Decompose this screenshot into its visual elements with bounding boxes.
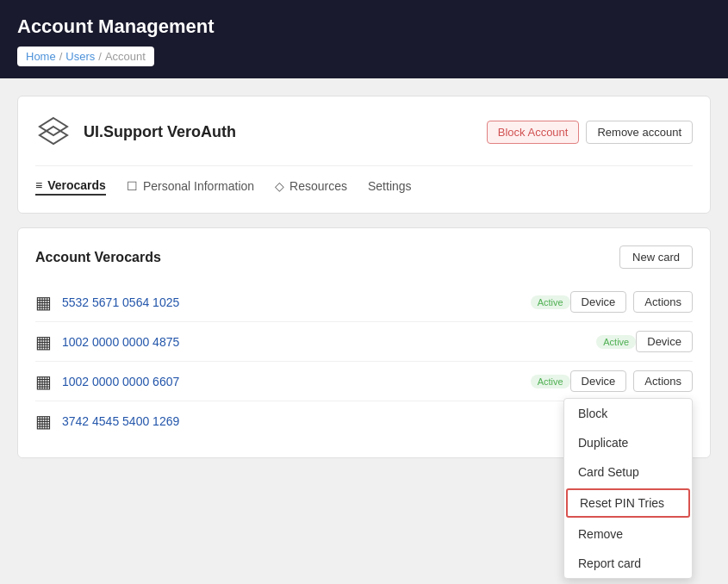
dropdown-item-card-setup[interactable]: Card Setup (564, 457, 692, 487)
account-name: UI.Support VeroAuth (84, 123, 487, 141)
tab-resources-label: Resources (289, 179, 347, 193)
card-number-3: 1002 0000 0000 6607 (62, 375, 522, 388)
remove-account-button[interactable]: Remove account (586, 121, 693, 144)
card-row-actions-2: Device (636, 331, 693, 352)
tab-resources[interactable]: ◇ Resources (275, 179, 347, 195)
dropdown-item-report-card[interactable]: Report card (564, 549, 692, 578)
dropdown-item-block[interactable]: Block (564, 399, 692, 428)
breadcrumb-sep1: / (59, 50, 63, 63)
account-actions: Block Account Remove account (487, 121, 693, 144)
actions-button-1[interactable]: Actions (633, 291, 693, 313)
actions-dropdown: Block Duplicate Card Setup Reset PIN Tri… (563, 398, 693, 579)
page-title: Account Management (17, 16, 711, 38)
verocards-icon: ≡ (35, 178, 42, 192)
tab-personal-information[interactable]: ☐ Personal Information (127, 179, 254, 195)
tab-verocards[interactable]: ≡ Verocards (35, 178, 106, 196)
resources-icon: ◇ (275, 179, 284, 193)
verocard-row-3: ▦ 1002 0000 0000 6607 Active Device Acti… (35, 362, 693, 401)
card-number-1: 5532 5671 0564 1025 (62, 295, 522, 309)
verocards-card: Account Verocards New card ▦ 5532 5671 0… (17, 227, 711, 458)
tab-settings-label: Settings (368, 179, 412, 193)
verocards-section-header: Account Verocards New card (35, 245, 693, 269)
main-content: UI.Support VeroAuth Block Account Remove… (0, 78, 728, 475)
card-row-actions-3: Device Actions (570, 370, 693, 392)
tab-settings[interactable]: Settings (368, 179, 412, 195)
tab-verocards-label: Verocards (47, 178, 106, 192)
actions-button-3[interactable]: Actions (633, 370, 693, 392)
verocards-section-title: Account Verocards (35, 250, 161, 265)
card-row-actions-1: Device Actions (570, 291, 693, 313)
dropdown-item-remove[interactable]: Remove (564, 519, 692, 549)
tab-personal-label: Personal Information (143, 179, 254, 193)
card-icon-4: ▦ (35, 411, 52, 432)
breadcrumb-sep2: / (98, 50, 102, 63)
account-logo (35, 114, 72, 150)
card-status-2: Active (596, 335, 636, 349)
device-button-1[interactable]: Device (570, 291, 627, 313)
card-icon-2: ▦ (35, 332, 52, 352)
block-account-button[interactable]: Block Account (487, 121, 580, 144)
personal-info-icon: ☐ (127, 179, 138, 193)
breadcrumb-account: Account (105, 50, 146, 63)
device-button-3[interactable]: Device (570, 370, 627, 392)
device-button-2[interactable]: Device (636, 331, 693, 352)
account-header: UI.Support VeroAuth Block Account Remove… (35, 114, 693, 150)
card-status-1: Active (531, 295, 570, 309)
page-header: Account Management Home / Users / Accoun… (0, 0, 728, 78)
card-number-4: 3742 4545 5400 1269 (62, 414, 588, 428)
dropdown-item-reset-pin[interactable]: Reset PIN Tries (566, 488, 690, 518)
verocard-row-2: ▦ 1002 0000 0000 4875 Active Device (35, 322, 693, 362)
breadcrumb-home[interactable]: Home (26, 50, 56, 63)
card-icon-3: ▦ (35, 371, 52, 392)
breadcrumb: Home / Users / Account (17, 47, 154, 66)
card-number-2: 1002 0000 0000 4875 (62, 335, 588, 349)
account-tabs: ≡ Verocards ☐ Personal Information ◇ Res… (35, 165, 693, 196)
card-icon-1: ▦ (35, 292, 52, 313)
dropdown-item-duplicate[interactable]: Duplicate (564, 428, 692, 457)
card-status-3: Active (531, 375, 570, 388)
verocard-row-1: ▦ 5532 5671 0564 1025 Active Device Acti… (35, 283, 693, 322)
new-card-button[interactable]: New card (619, 245, 693, 269)
breadcrumb-users[interactable]: Users (65, 50, 95, 63)
account-info-card: UI.Support VeroAuth Block Account Remove… (17, 96, 711, 214)
